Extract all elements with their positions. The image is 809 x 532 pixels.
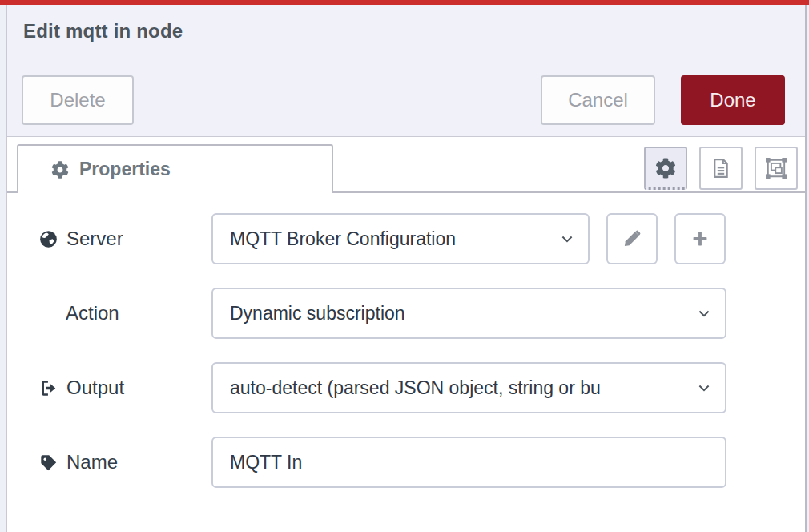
gear-icon	[655, 158, 676, 179]
page-title: Edit mqtt in node	[23, 20, 183, 42]
properties-form: Server MQTT Broker Configuration	[7, 193, 805, 488]
name-label-text: Name	[66, 451, 118, 474]
name-input[interactable]	[211, 437, 726, 488]
appearance-icon	[765, 157, 787, 179]
tab-icon-buttons	[644, 147, 798, 190]
chevron-down-icon	[696, 380, 712, 396]
chevron-down-icon	[559, 231, 575, 247]
output-row: Output auto-detect (parsed JSON object, …	[39, 362, 805, 413]
action-label-text: Action	[66, 302, 119, 324]
cancel-button[interactable]: Cancel	[541, 75, 655, 125]
tab-properties[interactable]: Properties	[17, 144, 333, 193]
output-label: Output	[39, 377, 211, 399]
pencil-icon	[622, 229, 642, 248]
chevron-down-icon	[696, 305, 712, 321]
action-select[interactable]: Dynamic subscription	[211, 288, 726, 339]
output-label-text: Output	[66, 377, 124, 399]
plus-icon	[690, 229, 710, 248]
tag-icon	[39, 453, 58, 472]
action-select-value: Dynamic subscription	[230, 303, 405, 324]
edit-server-button[interactable]	[606, 213, 658, 264]
appearance-tab-button[interactable]	[755, 147, 798, 190]
output-select-value: auto-detect (parsed JSON object, string …	[230, 377, 601, 399]
server-row: Server MQTT Broker Configuration	[39, 213, 805, 264]
dialog-buttonbar: Delete Cancel Done	[7, 58, 805, 137]
edit-node-tray: Edit mqtt in node Delete Cancel Done Pro…	[0, 0, 809, 532]
editor-tab-row: Properties	[7, 137, 805, 193]
done-button[interactable]: Done	[681, 75, 785, 125]
dialog-header: Edit mqtt in node	[7, 5, 805, 58]
tab-properties-label: Properties	[79, 159, 171, 180]
server-label-text: Server	[66, 228, 123, 250]
gear-icon	[51, 161, 69, 179]
edit-mqtt-in-dialog: Edit mqtt in node Delete Cancel Done Pro…	[6, 5, 807, 532]
delete-button[interactable]: Delete	[22, 75, 134, 125]
properties-tab-button[interactable]	[644, 147, 687, 190]
name-row: Name	[39, 437, 805, 488]
sign-out-icon	[39, 379, 58, 397]
document-icon	[710, 157, 732, 179]
server-select-value: MQTT Broker Configuration	[230, 228, 456, 250]
action-row: Action Dynamic subscription	[39, 288, 805, 339]
globe-icon	[39, 230, 58, 248]
output-select[interactable]: auto-detect (parsed JSON object, string …	[211, 362, 726, 413]
description-tab-button[interactable]	[699, 147, 743, 190]
server-select[interactable]: MQTT Broker Configuration	[211, 213, 590, 264]
name-label: Name	[39, 451, 211, 474]
action-label: Action	[39, 302, 211, 324]
add-server-button[interactable]	[674, 213, 726, 264]
server-label: Server	[39, 228, 211, 250]
